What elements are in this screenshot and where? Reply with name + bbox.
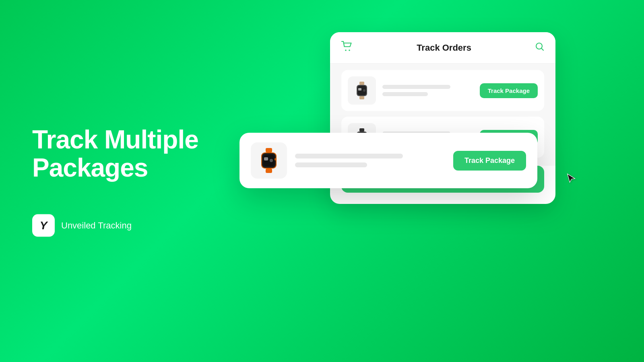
svg-rect-9 bbox=[359, 128, 364, 132]
svg-point-8 bbox=[363, 89, 365, 92]
page-heading: Track Multiple Packages bbox=[32, 125, 198, 182]
cart-icon bbox=[341, 41, 353, 54]
floating-skeleton-title bbox=[295, 154, 403, 158]
track-package-button-1[interactable]: Track Package bbox=[480, 83, 538, 98]
left-panel: Track Multiple Packages Y Unveiled Track… bbox=[32, 125, 198, 237]
svg-point-0 bbox=[345, 49, 347, 51]
floating-card: Track Package bbox=[239, 133, 537, 188]
card-title: Track Orders bbox=[417, 43, 471, 53]
card-header: Track Orders bbox=[330, 32, 555, 64]
svg-rect-3 bbox=[359, 82, 364, 85]
order-info-1 bbox=[382, 85, 473, 96]
svg-rect-22 bbox=[275, 158, 276, 160]
search-icon[interactable] bbox=[535, 42, 544, 53]
svg-rect-16 bbox=[266, 169, 272, 173]
skeleton-sub-1 bbox=[382, 92, 428, 96]
skeleton-title-1 bbox=[382, 85, 450, 89]
product-image-1 bbox=[348, 76, 376, 105]
floating-product-image bbox=[251, 142, 287, 179]
brand-name: Unveiled Tracking bbox=[61, 220, 132, 230]
svg-rect-7 bbox=[358, 88, 361, 90]
svg-point-21 bbox=[270, 159, 273, 162]
floating-order-info bbox=[295, 154, 445, 167]
brand-logo-letter: Y bbox=[40, 219, 47, 232]
brand-block: Y Unveiled Tracking bbox=[32, 214, 198, 237]
svg-rect-15 bbox=[266, 148, 272, 152]
brand-logo: Y bbox=[32, 214, 55, 237]
floating-skeleton-sub bbox=[295, 162, 367, 167]
svg-point-1 bbox=[349, 49, 350, 51]
order-item-1: Track Package bbox=[341, 70, 544, 111]
svg-rect-4 bbox=[359, 96, 364, 99]
track-package-button-floating[interactable]: Track Package bbox=[453, 151, 526, 171]
svg-rect-20 bbox=[264, 157, 268, 160]
